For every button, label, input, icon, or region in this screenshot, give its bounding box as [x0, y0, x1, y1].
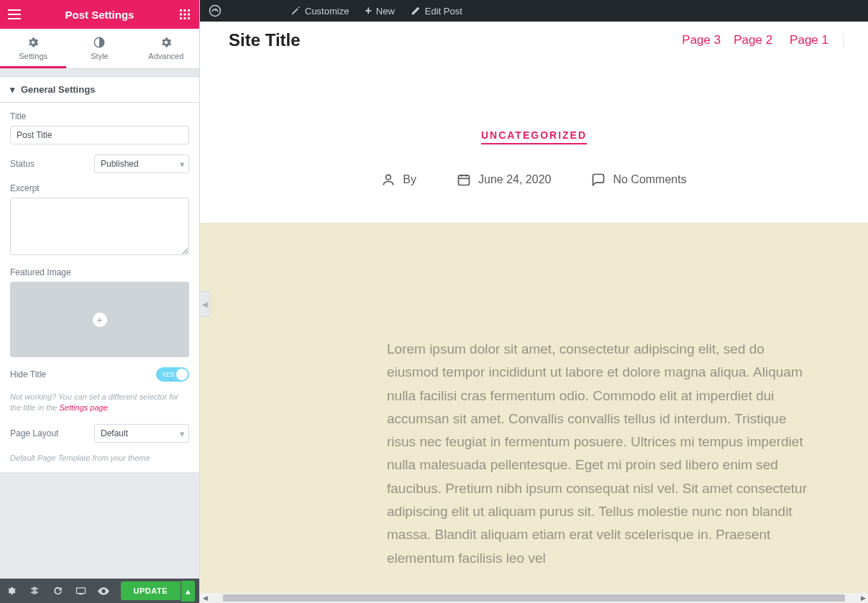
panel-tabs: Settings Style Advanced [0, 29, 199, 69]
admin-dashboard-icon[interactable] [206, 4, 224, 17]
status-label: Status [10, 159, 35, 169]
hide-title-label: Hide Title [10, 369, 46, 379]
featured-image-dropzone[interactable]: + [10, 282, 189, 357]
tab-label: Style [91, 52, 108, 60]
tab-settings[interactable]: Settings [0, 29, 66, 68]
update-more-button[interactable]: ▴ [181, 581, 195, 602]
apps-icon[interactable] [176, 6, 193, 23]
toggle-knob [176, 369, 188, 380]
toggle-text: YES [162, 371, 175, 378]
post-content: Lorem ipsum dolor sit amet, consectetur … [200, 223, 868, 599]
page-layout-help: Default Page Template from your theme [10, 453, 189, 464]
svg-rect-14 [459, 175, 470, 185]
site-title[interactable]: Site Title [229, 30, 301, 50]
caret-down-icon: ▾ [10, 84, 15, 95]
new-label: New [376, 6, 395, 17]
section-head[interactable]: ▾ General Settings [0, 76, 199, 103]
menu-icon[interactable] [6, 6, 23, 23]
admin-bar: Customize + New Edit Post [200, 0, 868, 22]
svg-rect-9 [76, 588, 85, 594]
svg-rect-8 [188, 17, 190, 19]
edit-post-link[interactable]: Edit Post [408, 6, 465, 17]
panel-header: Post Settings [0, 0, 199, 29]
title-label: Title [10, 111, 189, 121]
date-meta: June 24, 2020 [457, 172, 551, 187]
plus-icon: + [93, 313, 107, 327]
svg-rect-7 [183, 17, 186, 19]
preview-area: Customize + New Edit Post Site Title Pag… [200, 0, 868, 603]
site-nav: Page 3 Page 2 Page 1 [682, 33, 844, 47]
category-link[interactable]: UNCATEGORIZED [481, 129, 587, 141]
comments-label: No Comments [613, 173, 686, 186]
section-body: Title Status Published ▾ Excerpt Feature… [0, 103, 199, 472]
horizontal-scrollbar[interactable]: ◀ ▶ [200, 593, 868, 603]
hide-title-toggle[interactable]: YES [156, 367, 189, 382]
svg-rect-4 [183, 14, 186, 16]
comments-meta[interactable]: No Comments [591, 172, 686, 187]
svg-rect-3 [180, 14, 182, 16]
svg-point-13 [386, 175, 391, 180]
settings-panel: Post Settings Settings Style Advanced ▾ … [0, 0, 200, 603]
hide-title-help: Not working? You can set a different sel… [10, 392, 189, 414]
scroll-thumb[interactable] [223, 594, 845, 602]
panel-title: Post Settings [65, 9, 134, 21]
author-meta: By [381, 172, 416, 187]
scroll-right-icon[interactable]: ▶ [858, 594, 868, 602]
settings-page-link[interactable]: Settings page [60, 403, 108, 412]
post-header: UNCATEGORIZED By June 24, 2020 No Commen… [200, 50, 868, 223]
post-body: Lorem ipsum dolor sit amet, consectetur … [387, 338, 811, 570]
svg-rect-6 [180, 17, 182, 19]
title-input[interactable] [10, 126, 189, 144]
featured-image-label: Featured Image [10, 267, 189, 277]
post-meta: By June 24, 2020 No Comments [200, 172, 868, 187]
svg-rect-1 [183, 9, 186, 11]
canvas: Site Title Page 3 Page 2 Page 1 UNCATEGO… [200, 22, 868, 603]
user-icon [381, 172, 396, 187]
svg-rect-10 [79, 594, 83, 594]
tab-label: Advanced [148, 52, 183, 60]
panel-footer: UPDATE ▴ [0, 579, 199, 603]
by-label: By [403, 173, 416, 186]
tab-style[interactable]: Style [66, 29, 132, 68]
settings-icon[interactable] [0, 579, 23, 603]
panel-collapse-handle[interactable]: ◀ [200, 291, 210, 317]
excerpt-label: Excerpt [10, 183, 189, 193]
caret-up-icon: ▴ [186, 586, 191, 597]
page-layout-select[interactable]: Default [94, 424, 189, 443]
preview-icon[interactable] [92, 579, 115, 603]
excerpt-textarea[interactable] [10, 198, 189, 255]
status-select[interactable]: Published [94, 155, 189, 173]
tab-label: Settings [19, 52, 47, 60]
svg-rect-5 [188, 14, 190, 16]
page-layout-label: Page Layout [10, 428, 58, 438]
responsive-icon[interactable] [69, 579, 92, 603]
svg-rect-2 [188, 9, 190, 11]
history-icon[interactable] [46, 579, 69, 603]
update-button[interactable]: UPDATE [121, 581, 181, 600]
nav-link[interactable]: Page 1 [790, 33, 828, 47]
nav-link[interactable]: Page 3 [682, 33, 721, 47]
nav-link[interactable]: Page 2 [734, 33, 772, 47]
tab-advanced[interactable]: Advanced [133, 29, 199, 68]
date-label: June 24, 2020 [478, 173, 551, 186]
site-header: Site Title Page 3 Page 2 Page 1 [200, 22, 868, 50]
navigator-icon[interactable] [23, 579, 46, 603]
scroll-left-icon[interactable]: ◀ [200, 594, 210, 602]
calendar-icon [457, 172, 471, 187]
new-link[interactable]: + New [362, 4, 397, 17]
section-title: General Settings [21, 84, 95, 95]
svg-rect-0 [180, 9, 182, 11]
customize-label: Customize [305, 6, 349, 17]
plus-icon: + [365, 4, 371, 17]
customize-link[interactable]: Customize [288, 6, 352, 17]
comment-icon [591, 172, 606, 187]
edit-post-label: Edit Post [425, 6, 462, 17]
